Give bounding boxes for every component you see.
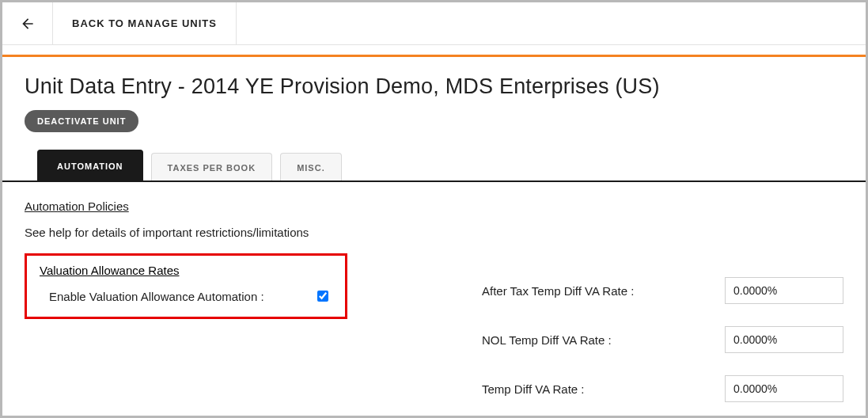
content-area: Unit Data Entry - 2014 YE Provision Demo… [2, 74, 866, 418]
rate-label: Temp Diff VA Rate : [482, 382, 585, 396]
rate-row-temp-diff: Temp Diff VA Rate : [482, 375, 843, 402]
rate-row-nol: NOL Temp Diff VA Rate : [482, 326, 843, 353]
back-label[interactable]: BACK TO MANAGE UNITS [53, 2, 237, 44]
arrow-left-icon [20, 16, 36, 32]
automation-section: Automation Policies See help for details… [25, 182, 843, 418]
columns: Valuation Allowance Rates Enable Valuati… [25, 253, 843, 418]
enable-valuation-row: Enable Valuation Allowance Automation : [40, 288, 332, 304]
tab-strip: AUTOMATION TAXES PER BOOK MISC. [25, 150, 843, 180]
after-tax-va-rate-input[interactable] [725, 277, 843, 304]
tab-taxes-per-book[interactable]: TAXES PER BOOK [151, 153, 273, 180]
rate-label: NOL Temp Diff VA Rate : [482, 333, 612, 347]
automation-policies-link[interactable]: Automation Policies [25, 200, 129, 213]
rate-row-after-tax: After Tax Temp Diff VA Rate : [482, 277, 843, 304]
top-bar: BACK TO MANAGE UNITS [2, 2, 866, 45]
back-button[interactable] [2, 2, 53, 44]
valuation-allowance-heading: Valuation Allowance Rates [40, 264, 180, 277]
enable-valuation-checkbox[interactable] [317, 291, 328, 302]
left-column: Valuation Allowance Rates Enable Valuati… [25, 253, 347, 319]
accent-rule [2, 55, 866, 57]
app-frame: BACK TO MANAGE UNITS Unit Data Entry - 2… [0, 0, 868, 418]
rate-label: After Tax Temp Diff VA Rate : [482, 284, 634, 298]
enable-valuation-label: Enable Valuation Allowance Automation : [49, 290, 264, 303]
right-column: After Tax Temp Diff VA Rate : NOL Temp D… [347, 253, 843, 418]
tab-misc[interactable]: MISC. [280, 153, 342, 180]
deactivate-unit-button[interactable]: DEACTIVATE UNIT [25, 110, 138, 132]
valuation-allowance-highlight: Valuation Allowance Rates Enable Valuati… [25, 253, 347, 319]
page-title: Unit Data Entry - 2014 YE Provision Demo… [25, 74, 843, 99]
help-text: See help for details of important restri… [25, 226, 843, 239]
tab-automation[interactable]: AUTOMATION [37, 150, 143, 180]
nol-va-rate-input[interactable] [725, 326, 843, 353]
temp-diff-va-rate-input[interactable] [725, 375, 843, 402]
